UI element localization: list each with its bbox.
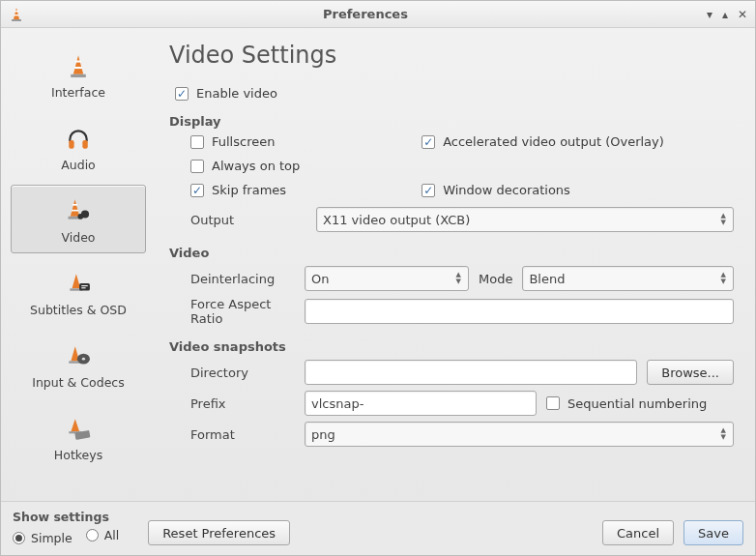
cone-icon bbox=[66, 50, 91, 79]
sidebar-item-label: Video bbox=[61, 230, 95, 245]
svg-marker-4 bbox=[73, 55, 83, 74]
checkbox-label: Window decorations bbox=[443, 183, 570, 197]
svg-marker-25 bbox=[71, 419, 79, 431]
svg-rect-18 bbox=[79, 283, 90, 291]
checkbox-icon bbox=[190, 184, 204, 197]
svg-rect-7 bbox=[74, 67, 82, 69]
sidebar-item-label: Interface bbox=[51, 85, 105, 100]
snapshots-section: Video snapshots Directory Browse... Pref… bbox=[169, 339, 734, 447]
checkbox-icon bbox=[190, 160, 204, 173]
cone-keyboard-icon bbox=[66, 413, 91, 442]
svg-marker-16 bbox=[73, 274, 81, 288]
enable-video-checkbox[interactable]: Enable video bbox=[175, 86, 734, 101]
sidebar-item-subtitles[interactable]: Subtitles & OSD bbox=[11, 257, 146, 326]
headphones-icon bbox=[66, 123, 91, 152]
cone-subtitle-icon bbox=[66, 268, 91, 297]
checkbox-label: Always on top bbox=[212, 159, 300, 173]
sidebar-item-label: Input & Codecs bbox=[32, 375, 124, 390]
svg-rect-13 bbox=[72, 210, 78, 212]
vlc-cone-icon bbox=[9, 7, 24, 22]
sidebar: Interface Audio Video Subtitles & OSD In… bbox=[1, 28, 156, 501]
section-heading: Display bbox=[169, 114, 734, 129]
show-settings-group: Show settings Simple All bbox=[13, 510, 129, 545]
checkbox-icon bbox=[546, 396, 560, 410]
spinner-icon: ▲▼ bbox=[718, 272, 729, 285]
mode-label: Mode bbox=[479, 272, 512, 286]
sequential-numbering-checkbox[interactable]: Sequential numbering bbox=[546, 396, 707, 411]
video-section: Video Deinterlacing On ▲▼ Mode Blend ▲▼ bbox=[169, 246, 734, 326]
select-value: On bbox=[311, 272, 329, 286]
sidebar-item-label: Audio bbox=[61, 158, 96, 172]
checkbox-label: Skip frames bbox=[212, 183, 286, 197]
svg-rect-3 bbox=[15, 15, 19, 15]
prefix-input[interactable] bbox=[305, 391, 537, 416]
content: Interface Audio Video Subtitles & OSD In… bbox=[1, 28, 755, 501]
spinner-icon: ▲▼ bbox=[453, 272, 464, 285]
mode-select[interactable]: Blend ▲▼ bbox=[522, 266, 734, 291]
section-heading: Video snapshots bbox=[169, 339, 734, 354]
cancel-button[interactable]: Cancel bbox=[602, 520, 674, 545]
checkbox-icon bbox=[175, 87, 189, 101]
svg-marker-10 bbox=[71, 199, 79, 217]
section-heading: Video bbox=[169, 246, 734, 260]
force-aspect-input[interactable] bbox=[305, 299, 734, 324]
deinterlacing-select[interactable]: On ▲▼ bbox=[305, 266, 469, 291]
preferences-window: Preferences ▾ ▴ ✕ Interface Audio Video … bbox=[0, 0, 756, 556]
radio-label: All bbox=[104, 528, 120, 542]
svg-rect-9 bbox=[82, 140, 87, 149]
checkbox-label: Accelerated video output (Overlay) bbox=[443, 134, 664, 149]
maximize-icon[interactable]: ▴ bbox=[722, 8, 728, 21]
sidebar-item-video[interactable]: Video bbox=[11, 185, 146, 253]
display-section: Display Fullscreen Accelerated bbox=[169, 114, 734, 232]
radio-icon bbox=[86, 529, 99, 541]
svg-rect-19 bbox=[81, 285, 88, 286]
format-label: Format bbox=[169, 427, 305, 442]
output-select[interactable]: X11 video output (XCB) ▲▼ bbox=[316, 207, 734, 232]
svg-rect-20 bbox=[81, 287, 85, 288]
close-icon[interactable]: ✕ bbox=[738, 8, 747, 21]
fullscreen-checkbox[interactable]: Fullscreen bbox=[190, 134, 422, 149]
window-decorations-checkbox[interactable]: Window decorations bbox=[422, 183, 734, 197]
svg-rect-8 bbox=[69, 140, 73, 149]
radio-icon bbox=[13, 532, 25, 544]
svg-rect-12 bbox=[73, 204, 77, 206]
accelerated-output-checkbox[interactable]: Accelerated video output (Overlay) bbox=[422, 134, 734, 149]
svg-point-24 bbox=[82, 358, 85, 361]
format-select[interactable]: png ▲▼ bbox=[305, 422, 734, 447]
cone-film-icon bbox=[65, 195, 92, 224]
minimize-icon[interactable]: ▾ bbox=[707, 8, 712, 21]
checkbox-icon bbox=[190, 135, 204, 149]
skip-frames-checkbox[interactable]: Skip frames bbox=[190, 183, 422, 197]
directory-label: Directory bbox=[169, 366, 305, 380]
always-on-top-checkbox[interactable]: Always on top bbox=[190, 159, 422, 173]
sidebar-item-input-codecs[interactable]: Input & Codecs bbox=[11, 330, 146, 398]
directory-input[interactable] bbox=[305, 360, 637, 385]
checkbox-label: Sequential numbering bbox=[567, 396, 707, 411]
radio-label: Simple bbox=[31, 531, 73, 545]
select-value: Blend bbox=[529, 272, 565, 286]
browse-button[interactable]: Browse... bbox=[647, 360, 734, 385]
main-panel: Video Settings Enable video Display Full… bbox=[156, 28, 755, 501]
deinterlacing-label: Deinterlacing bbox=[169, 272, 305, 286]
spinner-icon: ▲▼ bbox=[718, 213, 729, 226]
reset-preferences-button[interactable]: Reset Preferences bbox=[148, 520, 290, 545]
checkbox-label: Fullscreen bbox=[212, 134, 275, 149]
save-button[interactable]: Save bbox=[683, 520, 743, 545]
show-settings-all-radio[interactable]: All bbox=[86, 528, 120, 542]
sidebar-item-label: Subtitles & OSD bbox=[30, 303, 127, 317]
select-value: png bbox=[311, 427, 335, 442]
sidebar-item-audio[interactable]: Audio bbox=[11, 112, 146, 181]
svg-rect-6 bbox=[75, 61, 81, 63]
sidebar-item-hotkeys[interactable]: Hotkeys bbox=[11, 402, 146, 471]
checkbox-label: Enable video bbox=[196, 86, 277, 101]
svg-rect-5 bbox=[71, 74, 86, 77]
svg-marker-0 bbox=[14, 8, 19, 19]
spinner-icon: ▲▼ bbox=[718, 427, 729, 441]
show-settings-simple-radio[interactable]: Simple bbox=[13, 531, 73, 545]
titlebar: Preferences ▾ ▴ ✕ bbox=[1, 1, 755, 28]
prefix-label: Prefix bbox=[169, 396, 305, 411]
output-label: Output bbox=[169, 213, 316, 227]
sidebar-item-interface[interactable]: Interface bbox=[11, 40, 146, 108]
window-title: Preferences bbox=[24, 7, 707, 21]
window-controls: ▾ ▴ ✕ bbox=[707, 8, 747, 21]
